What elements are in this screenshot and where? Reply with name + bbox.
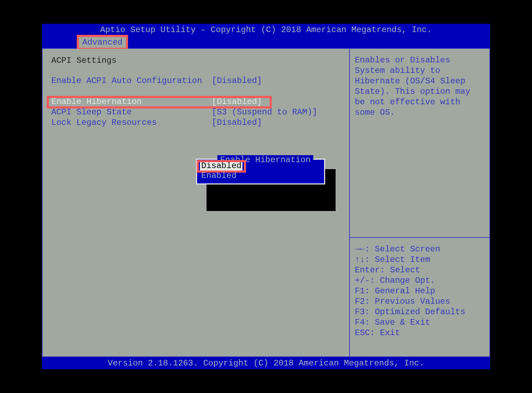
setting-lock-legacy-resources[interactable]: Lock Legacy Resources [Disabled] [51, 118, 340, 128]
help-description: Enables or Disables System ability to Hi… [350, 49, 489, 238]
setting-acpi-auto-config[interactable]: Enable ACPI Auto Configuration [Disabled… [51, 76, 340, 86]
key-change-opt: +/-: Change Opt. [355, 275, 485, 286]
key-enter: Enter: Select [355, 265, 485, 275]
tab-advanced[interactable]: Advanced [77, 35, 128, 49]
key-select-screen: →←: Select Screen [355, 244, 485, 255]
setting-enable-hibernation[interactable]: Enable Hibernation [Disabled] [51, 97, 340, 107]
key-legend: →←: Select Screen ↑↓: Select Item Enter:… [350, 238, 489, 356]
key-select-item: ↑↓: Select Item [355, 255, 485, 265]
setting-value: [Disabled] [212, 76, 340, 86]
bios-title: Aptio Setup Utility – Copyright (C) 2018… [42, 24, 490, 36]
key-save-exit: F4: Save & Exit [355, 317, 485, 328]
setting-label: Enable Hibernation [51, 97, 212, 107]
setting-label: Enable ACPI Auto Configuration [51, 76, 212, 86]
option-label: Enabled [201, 171, 237, 180]
settings-panel: ACPI Settings Enable ACPI Auto Configura… [43, 49, 350, 356]
bios-footer: Version 2.18.1263. Copyright (C) 2018 Am… [42, 357, 490, 369]
setting-label: ACPI Sleep State [51, 107, 212, 118]
setting-label: Lock Legacy Resources [51, 118, 212, 128]
key-general-help: F1: General Help [355, 286, 485, 296]
popup-option-disabled[interactable]: Disabled [200, 161, 242, 171]
setting-value: [Disabled] [212, 118, 340, 128]
section-title: ACPI Settings [51, 56, 340, 65]
option-label: Disabled [201, 161, 241, 171]
setting-value: [Disabled] [212, 97, 340, 107]
key-previous-values: F2: Previous Values [355, 296, 485, 307]
enable-hibernation-popup: Enable Hibernation Disabled Enabled [196, 159, 325, 184]
setting-value: [S3 (Suspend to RAM)] [212, 107, 340, 118]
key-optimized-defaults: F3: Optimized Defaults [355, 307, 485, 317]
popup-option-enabled[interactable]: Enabled [200, 171, 321, 181]
key-esc-exit: ESC: Exit [355, 328, 485, 338]
setting-acpi-sleep-state[interactable]: ACPI Sleep State [S3 (Suspend to RAM)] [51, 107, 340, 118]
tab-row: Advanced [42, 36, 490, 48]
